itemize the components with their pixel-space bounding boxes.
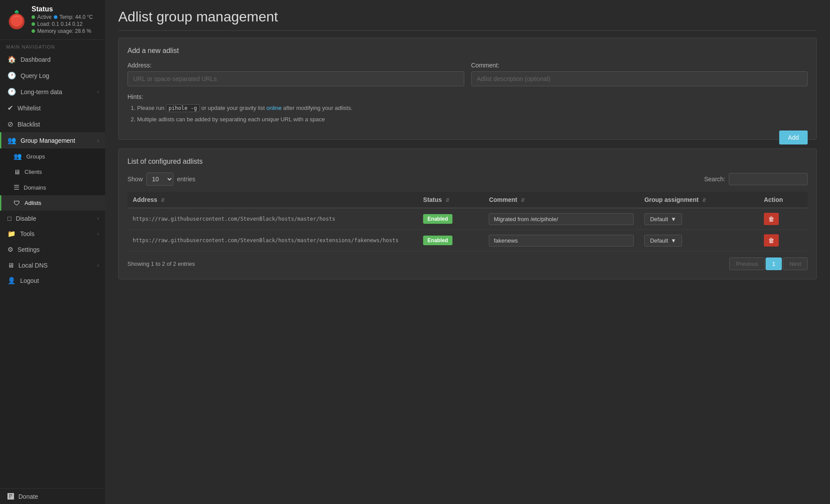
logout-label: Logout <box>20 277 39 284</box>
whitelist-label: Whitelist <box>18 105 41 112</box>
tools-arrow: ‹ <box>97 231 99 237</box>
col-comment: Comment ⇵ <box>484 192 639 208</box>
col-group: Group assignment ⇵ <box>639 192 759 208</box>
address-input[interactable] <box>127 71 464 86</box>
status-badge-0[interactable]: Enabled <box>423 214 452 224</box>
status-title: Status <box>32 5 93 13</box>
group-cell-1: Default ▼ <box>639 230 759 251</box>
group-dropdown-arrow-0: ▼ <box>671 216 676 222</box>
table-row: https://raw.githubusercontent.com/Steven… <box>127 230 808 251</box>
delete-button-1[interactable]: 🗑 <box>764 234 779 247</box>
page-title: Adlist group management <box>118 9 817 31</box>
address-cell-0: https://raw.githubusercontent.com/Steven… <box>127 208 418 230</box>
query-log-label: Query Log <box>21 72 49 79</box>
status-cell-1: Enabled <box>418 230 484 251</box>
table-body: https://raw.githubusercontent.com/Steven… <box>127 208 808 251</box>
donate-label: Donate <box>18 493 38 500</box>
status-cell-0: Enabled <box>418 208 484 230</box>
show-entries: Show 10 25 50 100 entries <box>127 173 195 186</box>
add-button[interactable]: Add <box>779 130 808 145</box>
sidebar: Status Active Temp: 44.0 °C Load: 0.1 0.… <box>0 0 105 504</box>
comment-input[interactable] <box>471 71 808 86</box>
hint1-link[interactable]: online <box>266 105 282 111</box>
hint1-post: after modifying your adlists. <box>282 105 353 111</box>
hint2-post: URL with a space <box>279 116 325 123</box>
local-dns-label: Local DNS <box>18 262 48 269</box>
action-cell-1: 🗑 <box>759 230 808 251</box>
sidebar-item-logout[interactable]: 👤 Logout <box>0 273 105 289</box>
dashboard-label: Dashboard <box>21 56 51 63</box>
sidebar-item-disable[interactable]: □ Disable ‹ <box>0 211 105 226</box>
group-sort-icon[interactable]: ⇵ <box>702 197 706 203</box>
address-label: Address: <box>127 62 464 69</box>
group-mgmt-label: Group Management <box>21 137 75 144</box>
clients-icon: 🖥 <box>14 168 20 176</box>
tools-label: Tools <box>20 230 35 237</box>
sidebar-item-tools[interactable]: 📁 Tools ‹ <box>0 226 105 242</box>
sidebar-item-domains[interactable]: ☰ Domains <box>0 180 105 195</box>
hint1-code: pihole -g <box>166 104 200 112</box>
sidebar-item-group-management[interactable]: 👥 Group Management › <box>0 132 105 148</box>
col-address: Address ⇵ <box>127 192 418 208</box>
disable-icon: □ <box>7 215 11 222</box>
sidebar-item-donate[interactable]: 🅿 Donate <box>0 489 105 504</box>
status-load-row: Load: 0.1 0.14 0.12 <box>32 21 93 27</box>
status-info: Status Active Temp: 44.0 °C Load: 0.1 0.… <box>32 5 93 34</box>
hint2-italic: unique <box>262 116 279 123</box>
hint-2: Multiple adlists can be added by separat… <box>137 115 808 124</box>
blacklist-label: Blacklist <box>18 121 40 128</box>
group-select-0[interactable]: Default ▼ <box>644 213 682 225</box>
temp-dot <box>54 15 57 19</box>
groups-icon: 👥 <box>14 152 22 160</box>
table-controls: Show 10 25 50 100 entries Search: <box>127 173 808 186</box>
delete-button-0[interactable]: 🗑 <box>764 213 779 225</box>
table-row: https://raw.githubusercontent.com/Steven… <box>127 208 808 230</box>
load-label: Load: 0.1 0.14 0.12 <box>37 21 82 27</box>
address-group: Address: <box>127 62 464 86</box>
comment-sort-icon[interactable]: ⇵ <box>521 197 525 203</box>
sidebar-item-blacklist[interactable]: ⊘ Blacklist <box>0 116 105 132</box>
sidebar-item-dashboard[interactable]: 🏠 Dashboard <box>0 51 105 67</box>
sidebar-item-settings[interactable]: ⚙ Settings <box>0 242 105 257</box>
group-select-1[interactable]: Default ▼ <box>644 235 682 247</box>
search-row: Search: <box>704 173 808 185</box>
sidebar-item-local-dns[interactable]: 🖥 Local DNS ‹ <box>0 257 105 273</box>
sidebar-item-long-term[interactable]: 🕐 Long-term data ‹ <box>0 84 105 100</box>
memory-dot <box>32 29 35 33</box>
donate-icon: 🅿 <box>7 493 14 500</box>
col-status: Status ⇵ <box>418 192 484 208</box>
next-button[interactable]: Next <box>783 257 808 270</box>
load-dot <box>32 22 35 26</box>
status-sort-icon[interactable]: ⇵ <box>445 197 449 203</box>
hint1-mid: or update your gravity list <box>200 105 266 111</box>
hints-title: Hints: <box>127 93 808 100</box>
groups-label: Groups <box>26 153 45 160</box>
status-badge-1[interactable]: Enabled <box>423 236 452 245</box>
sidebar-header: Status Active Temp: 44.0 °C Load: 0.1 0.… <box>0 0 105 40</box>
address-sort-icon[interactable]: ⇵ <box>161 197 165 203</box>
sidebar-item-groups[interactable]: 👥 Groups <box>0 148 105 164</box>
sidebar-item-whitelist[interactable]: ✔ Whitelist <box>0 100 105 116</box>
whitelist-icon: ✔ <box>7 104 13 112</box>
prev-button[interactable]: Previous <box>729 257 765 270</box>
memory-label: Memory usage: 28.6 % <box>37 28 91 34</box>
temp-label: Temp: 44.0 °C <box>60 14 93 20</box>
clock-icon: 🕐 <box>7 71 16 80</box>
clients-label: Clients <box>25 169 42 175</box>
page-1-button[interactable]: 1 <box>766 257 782 270</box>
longterm-icon: 🕐 <box>7 88 16 96</box>
list-adlists-card: List of configured adlists Show 10 25 50… <box>118 148 817 279</box>
settings-icon: ⚙ <box>7 246 13 254</box>
entries-label: entries <box>177 176 195 183</box>
comment-field-0[interactable] <box>489 213 634 225</box>
add-adlist-title: Add a new adlist <box>127 47 808 55</box>
sidebar-item-query-log[interactable]: 🕐 Query Log <box>0 67 105 84</box>
pagination: Previous 1 Next <box>729 257 808 270</box>
entries-select[interactable]: 10 25 50 100 <box>146 173 173 186</box>
sidebar-item-clients[interactable]: 🖥 Clients <box>0 164 105 180</box>
disable-arrow: ‹ <box>97 215 99 222</box>
sidebar-item-adlists[interactable]: 🛡 Adlists <box>0 195 105 211</box>
table-footer: Showing 1 to 2 of 2 entries Previous 1 N… <box>127 257 808 270</box>
comment-field-1[interactable] <box>489 235 634 247</box>
search-input[interactable] <box>729 173 808 185</box>
